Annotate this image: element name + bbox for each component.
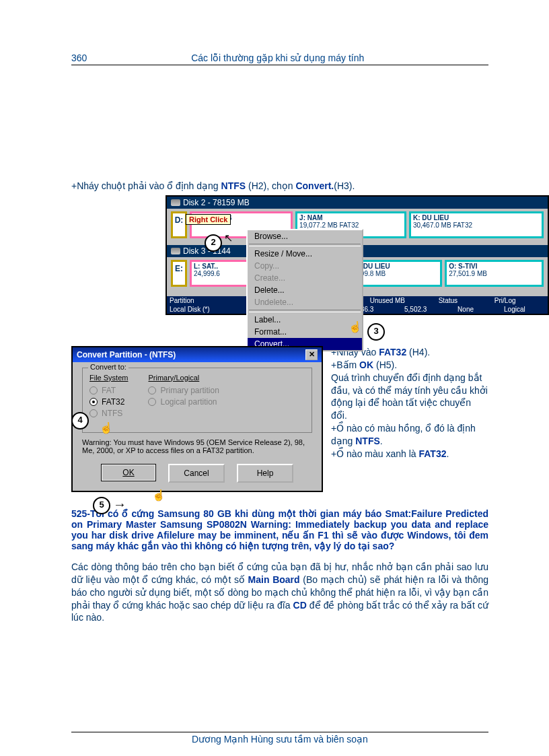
side-line4: +Ổ nào có màu hồng, ổ đó là định dạng NT…: [331, 422, 488, 448]
radio-icon: [89, 386, 98, 394]
hand-pointer-icon: ☝: [349, 320, 362, 333]
part-j-size: 19,077.2 MB FAT32: [299, 221, 402, 229]
callout-4: 4: [71, 412, 89, 429]
th-status: Status: [439, 297, 489, 304]
part-k-label: K: DU LIEU: [413, 214, 540, 221]
hand-pointer-icon: ☝: [100, 421, 113, 434]
convert-to-group: Convert to: File System FAT FAT32 NTFS P…: [82, 368, 312, 433]
dialog-row: Convert Partition - (NTFS) ✕ Convert to:…: [71, 346, 488, 492]
menu-separator: [249, 310, 361, 312]
primary-logical-column: Primary/Logical Primary partition Logica…: [148, 374, 219, 420]
tr-unused: 5,502.3: [404, 306, 452, 313]
tr-prilog: Logical: [504, 306, 545, 313]
disk-icon: [171, 199, 180, 206]
radio-primary: Primary partition: [148, 386, 219, 395]
radio-logical: Logical partition: [148, 397, 219, 407]
warning-text: Warning: You must have Windows 95 (OEM S…: [82, 438, 312, 454]
partition-magic-figure: Disk 2 - 78159 MB D: 14,207.9 MB J: NAM …: [166, 195, 488, 343]
arrow-right-icon: →: [113, 497, 126, 512]
menu-format[interactable]: Format...: [248, 326, 362, 338]
mainboard-keyword: Main Board: [248, 574, 300, 585]
page-footer: Dương Mạnh Hùng sưu tầm và biên soạn: [71, 732, 488, 745]
menu-separator: [249, 244, 361, 246]
page-title: Các lỗi thường gặp khi sử dụng máy tính: [191, 53, 364, 63]
callout-2: 2: [205, 234, 222, 252]
side-line2: +Bấm OK (H5).: [331, 359, 488, 372]
group-label: Convert to:: [88, 363, 129, 371]
cursor-icon: ↖: [224, 232, 233, 244]
hand-pointer-icon: ☝: [152, 489, 166, 502]
document-page: 360 Các lỗi thường gặp khi sử dụng máy t…: [0, 0, 549, 756]
ntfs-keyword: NTFS: [221, 180, 246, 191]
page-header: 360 Các lỗi thường gặp khi sử dụng máy t…: [71, 53, 488, 65]
dialog-buttons: OK Cancel Help: [82, 464, 312, 483]
radio-ntfs: NTFS: [89, 409, 128, 418]
menu-label[interactable]: Label...: [248, 314, 362, 326]
side-instructions: +Nháy vào FAT32 (H4). +Bấm OK (H5). Quá …: [331, 346, 488, 460]
intro-text-c: (H3).: [334, 180, 355, 191]
part-k[interactable]: K: DU LIEU 30,467.0 MB FAT32: [409, 211, 544, 238]
radio-icon: [89, 398, 98, 406]
radio-icon: [89, 409, 98, 417]
help-button[interactable]: Help: [237, 464, 293, 483]
menu-undelete: Undelete...: [248, 296, 362, 308]
ok-button[interactable]: OK: [101, 464, 156, 481]
part-e-letter[interactable]: E:: [171, 260, 187, 287]
intro-text-b: (H2), chọn: [246, 180, 295, 191]
part-d-letter[interactable]: D:: [171, 211, 187, 238]
convert-partition-dialog: Convert Partition - (NTFS) ✕ Convert to:…: [71, 346, 323, 492]
intro-paragraph: +Nháy chuột phải vào ổ định dạng NTFS (H…: [71, 180, 488, 193]
radio-fat32[interactable]: FAT32: [89, 397, 128, 407]
intro-text-a: +Nháy chuột phải vào ổ định dạng: [71, 180, 221, 191]
part-o-label: O: S-TIVI: [449, 263, 540, 270]
ok-keyword: OK: [359, 359, 373, 370]
radio-fat: FAT: [89, 386, 128, 395]
options-columns: File System FAT FAT32 NTFS Primary/Logic…: [89, 374, 305, 420]
fs-heading: File System: [89, 374, 128, 382]
side-line5: +Ổ nào màu xanh là FAT32.: [331, 448, 488, 460]
radio-icon: [148, 386, 156, 394]
ntfs-keyword: NTFS: [355, 436, 380, 446]
right-click-tooltip: Right Click: [186, 214, 231, 225]
disk2-header: Disk 2 - 78159 MB: [167, 197, 548, 209]
callout-5: 5: [93, 497, 110, 514]
part-o[interactable]: O: S-TIVI 27,501.9 MB: [445, 260, 544, 287]
answer-525: Các dòng thông báo trên cho bạn biết ổ c…: [71, 561, 488, 624]
part-j-label: J: NAM: [299, 214, 402, 221]
tr-status: None: [458, 306, 499, 313]
callout-3: 3: [367, 323, 385, 341]
cancel-button[interactable]: Cancel: [168, 464, 225, 483]
menu-copy: Copy...: [248, 260, 362, 272]
context-menu: Browse... Resize / Move... Copy... Creat…: [246, 229, 363, 351]
partition-magic-window: Disk 2 - 78159 MB D: 14,207.9 MB J: NAM …: [166, 195, 549, 315]
disk2-title: Disk 2 - 78159 MB: [183, 198, 250, 207]
side-line3: Quá trình chuyển đổi định dạng bắt đầu, …: [331, 372, 488, 423]
page-number: 360: [71, 53, 87, 63]
menu-resize[interactable]: Resize / Move...: [248, 248, 362, 260]
th-unused: Unused MB: [370, 297, 433, 304]
close-button[interactable]: ✕: [305, 349, 318, 360]
menu-delete[interactable]: Delete...: [248, 284, 362, 296]
header-spacer: [468, 53, 488, 63]
menu-browse[interactable]: Browse...: [248, 230, 362, 242]
menu-create: Create...: [248, 272, 362, 284]
part-o-size: 27,501.9 MB: [449, 270, 540, 277]
radio-icon: [148, 398, 156, 406]
pl-heading: Primary/Logical: [148, 374, 219, 382]
question-525: 525-Tôi có ổ cứng Samsung 80 GB khi dùng…: [71, 508, 488, 551]
fat32-keyword: FAT32: [418, 448, 446, 459]
fat32-keyword: FAT32: [379, 347, 406, 357]
dialog-titlebar: Convert Partition - (NTFS) ✕: [73, 347, 322, 362]
th-prilog: Pri/Log: [495, 297, 545, 304]
part-k-size: 30,467.0 MB FAT32: [413, 221, 540, 229]
convert-keyword: Convert.: [295, 180, 334, 191]
dialog-title-text: Convert Partition - (NTFS): [77, 350, 176, 359]
file-system-column: File System FAT FAT32 NTFS: [89, 374, 128, 420]
disk-icon: [171, 248, 180, 254]
cd-keyword: CD: [293, 600, 307, 611]
